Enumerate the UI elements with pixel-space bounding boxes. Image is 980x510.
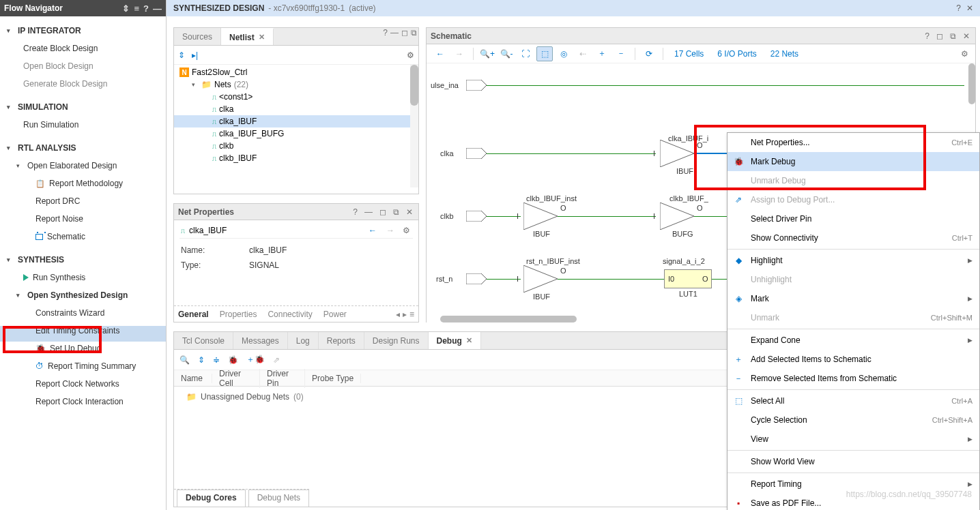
- scrollbar-track[interactable]: [410, 65, 418, 188]
- tree-net-clka-ibuf-bufg[interactable]: ⎍clka_IBUF_BUFG: [174, 127, 418, 140]
- expand-icon[interactable]: ▸|: [192, 50, 198, 60]
- ctx-show-connectivity[interactable]: Show ConnectivityCtrl+T: [727, 228, 979, 247]
- tab-debug[interactable]: Debug✕: [429, 332, 481, 349]
- net-wire[interactable]: [558, 279, 664, 280]
- ibuf-icon[interactable]: [523, 202, 558, 232]
- port-icon[interactable]: [466, 80, 487, 91]
- ibuf-icon[interactable]: [523, 265, 558, 295]
- zoom-area-icon[interactable]: ⬚: [536, 46, 553, 61]
- report-methodology[interactable]: 📋Report Methodology: [0, 175, 166, 192]
- remove-icon[interactable]: －: [613, 46, 629, 61]
- ctx-remove-selected[interactable]: －Remove Selected Items from Schematic: [727, 369, 979, 388]
- search-icon[interactable]: 🔍: [179, 355, 190, 365]
- open-synthesized-design[interactable]: ▾Open Synthesized Design: [0, 286, 166, 304]
- create-block-design[interactable]: Create Block Design: [0, 40, 166, 57]
- collapse-all-icon[interactable]: ⇕: [178, 50, 185, 60]
- col-driver-cell[interactable]: Driver Cell: [212, 369, 260, 388]
- report-drc[interactable]: Report DRC: [0, 192, 166, 210]
- add-debug-icon[interactable]: ＋🐞: [246, 354, 265, 365]
- help-icon[interactable]: ?: [143, 3, 149, 14]
- net-wire-selected[interactable]: [694, 153, 728, 154]
- nets-link[interactable]: 22 Nets: [765, 49, 804, 59]
- minimize-icon[interactable]: —: [363, 207, 374, 217]
- net-wire[interactable]: [487, 85, 964, 86]
- tree-net-clka[interactable]: ⎍clka: [174, 103, 418, 115]
- gear-icon[interactable]: ⚙: [960, 49, 970, 59]
- scrollbar-thumb[interactable]: [410, 65, 418, 106]
- ports-link[interactable]: 6 I/O Ports: [712, 49, 762, 59]
- run-simulation[interactable]: Run Simulation: [0, 116, 166, 134]
- ctx-expand-cone[interactable]: Expand Cone▶: [727, 331, 979, 350]
- minimize-icon[interactable]: —: [153, 3, 162, 14]
- help-icon[interactable]: ?: [923, 31, 931, 41]
- zoom-out-icon[interactable]: 🔍-: [498, 46, 515, 61]
- tab-netlist[interactable]: Netlist✕: [221, 28, 274, 45]
- maximize-icon[interactable]: ◻: [935, 31, 945, 41]
- ctx-mark-debug[interactable]: 🐞Mark Debug: [727, 152, 979, 171]
- tab-properties[interactable]: Properties: [220, 310, 257, 319]
- close-icon[interactable]: ✕: [966, 3, 973, 13]
- ip-integrator-header[interactable]: ▾IP INTEGRATOR: [0, 22, 166, 40]
- refresh-icon[interactable]: ◎: [556, 46, 572, 61]
- net-wire[interactable]: [694, 216, 728, 217]
- net-wire[interactable]: [712, 279, 728, 280]
- bug-icon[interactable]: 🐞: [228, 355, 238, 365]
- close-icon[interactable]: ✕: [405, 207, 414, 217]
- popout-icon[interactable]: ⧉: [949, 31, 957, 41]
- ctx-select-driver-pin[interactable]: Select Driver Pin: [727, 209, 979, 228]
- tab-sources[interactable]: Sources: [174, 28, 221, 45]
- help-icon[interactable]: ?: [956, 3, 961, 13]
- tab-power[interactable]: Power: [323, 310, 347, 319]
- settings-icon[interactable]: ≡: [134, 3, 139, 14]
- help-icon[interactable]: ?: [381, 28, 389, 45]
- tree-net-clkb[interactable]: ⎍clkb: [174, 140, 418, 152]
- help-icon[interactable]: ?: [351, 207, 359, 217]
- col-name[interactable]: Name: [174, 374, 212, 383]
- synthesis-header[interactable]: ▾SYNTHESIS: [0, 251, 166, 269]
- scrollbar-v[interactable]: [968, 63, 975, 104]
- back-button[interactable]: ←: [432, 46, 448, 61]
- gear-icon[interactable]: ⚙: [407, 50, 414, 60]
- tree-net-const1[interactable]: ⎍<const1>: [174, 91, 418, 103]
- tab-debug-nets[interactable]: Debug Nets: [248, 490, 309, 507]
- maximize-icon[interactable]: ◻: [400, 28, 409, 45]
- set-up-debug[interactable]: 🐞Set Up Debug: [0, 340, 166, 357]
- run-synthesis[interactable]: Run Synthesis: [0, 269, 166, 286]
- tab-tcl-console[interactable]: Tcl Console: [174, 332, 233, 349]
- minimize-icon[interactable]: —: [389, 28, 400, 45]
- close-icon[interactable]: ✕: [466, 336, 472, 345]
- close-icon[interactable]: ✕: [259, 33, 265, 42]
- collapse-icon[interactable]: ⇕: [122, 3, 130, 14]
- tab-reports[interactable]: Reports: [319, 332, 364, 349]
- tree-root[interactable]: NFast2Slow_Ctrl: [174, 66, 418, 78]
- ctx-highlight[interactable]: ◆Highlight▶: [727, 251, 979, 270]
- report-noise[interactable]: Report Noise: [0, 210, 166, 228]
- port-icon[interactable]: [466, 273, 487, 284]
- tab-design-runs[interactable]: Design Runs: [364, 332, 429, 349]
- tab-debug-cores[interactable]: Debug Cores: [177, 490, 246, 507]
- regenerate-icon[interactable]: ⟳: [641, 46, 657, 61]
- ibuf-icon[interactable]: [660, 140, 694, 169]
- tab-connectivity[interactable]: Connectivity: [268, 310, 312, 319]
- net-wire[interactable]: [487, 279, 521, 280]
- maximize-icon[interactable]: ◻: [378, 207, 388, 217]
- report-clock-networks[interactable]: Report Clock Networks: [0, 375, 166, 393]
- scroll-left-icon[interactable]: ◂: [396, 310, 400, 319]
- tree-net-clkb-ibuf[interactable]: ⎍clkb_IBUF: [174, 152, 418, 164]
- simulation-header[interactable]: ▾SIMULATION: [0, 98, 166, 116]
- ctx-mark[interactable]: ◈Mark▶: [727, 289, 979, 308]
- net-wire[interactable]: [558, 216, 656, 217]
- schematic-link[interactable]: Schematic: [0, 228, 166, 245]
- scrollbar-h[interactable]: [440, 316, 577, 322]
- expand-all-icon[interactable]: ≑: [213, 355, 220, 365]
- ctx-view[interactable]: View▶: [727, 430, 979, 449]
- add-icon[interactable]: ＋: [594, 46, 610, 61]
- popout-icon[interactable]: ⧉: [392, 207, 401, 217]
- gear-icon[interactable]: ⚙: [401, 226, 412, 235]
- popout-icon[interactable]: ⧉: [409, 28, 418, 45]
- close-icon[interactable]: ✕: [962, 31, 971, 41]
- prev-button[interactable]: ←: [366, 226, 379, 235]
- ctx-net-properties[interactable]: Net Properties...Ctrl+E: [727, 133, 979, 152]
- tree-nets-group[interactable]: ▾📁Nets(22): [174, 78, 418, 91]
- ctx-add-selected[interactable]: ＋Add Selected Items to Schematic: [727, 350, 979, 369]
